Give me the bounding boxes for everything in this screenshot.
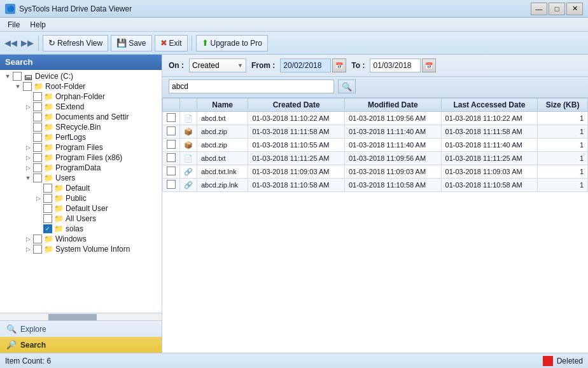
tree-item-windows[interactable]: ▷ 📁 Windows (0, 234, 162, 244)
tree-item-program-files-x86[interactable]: ▷ 📁 Program Files (x86) (0, 153, 162, 163)
sidebar-tree[interactable]: ▼ 🖴 Device (C:) ▼ 📁 Root-Folder ▷ 📁 Orph… (0, 70, 162, 313)
tree-toggle-programdata[interactable]: ▷ (23, 165, 33, 171)
row-checkbox[interactable] (167, 140, 176, 149)
hscroll-thumb[interactable] (48, 314, 97, 320)
refresh-button[interactable]: ↻ Refresh View (43, 35, 108, 51)
tree-toggle-device-c[interactable]: ▼ (3, 73, 13, 79)
sidebar: Search ▼ 🖴 Device (C:) ▼ 📁 Root-Folder (0, 55, 162, 353)
nav-prev-button[interactable]: ◀◀ (4, 36, 18, 50)
tree-checkbox-programdata[interactable] (33, 163, 42, 172)
col-header-name[interactable]: Name (197, 99, 248, 112)
nav-next-button[interactable]: ▶▶ (20, 36, 34, 50)
sidebar-tab-explore[interactable]: 🔍 Explore (0, 321, 162, 337)
table-row[interactable]: 🔗 abcd.txt.lnk 01-03-2018 11:09:03 AM 01… (163, 165, 588, 179)
col-header-created[interactable]: Created Date (248, 99, 345, 112)
tree-item-programdata[interactable]: ▷ 📁 ProgramData (0, 163, 162, 173)
tree-toggle-windows[interactable]: ▷ (23, 236, 33, 242)
from-date-input[interactable]: 20/02/2018 (280, 58, 331, 72)
tree-item-users[interactable]: ▼ 📁 Users (0, 173, 162, 183)
tree-checkbox-default-user[interactable] (43, 204, 52, 213)
tree-checkbox-all-users[interactable] (43, 214, 52, 223)
tree-item-orphan-folder[interactable]: ▷ 📁 Orphan-Folder (0, 92, 162, 102)
table-row[interactable]: 🔗 abcd.zip.lnk 01-03-2018 11:10:58 AM 01… (163, 179, 588, 192)
tree-checkbox-srecycle[interactable] (33, 123, 42, 132)
save-button[interactable]: 💾 Save (111, 35, 151, 51)
tree-checkbox-default[interactable] (43, 184, 52, 193)
tree-item-srecycle[interactable]: ▷ 📁 SRecycle.Bin (0, 122, 162, 132)
search-text-input[interactable] (169, 79, 334, 93)
row-checkbox-cell (163, 179, 180, 192)
tree-checkbox-program-files-x86[interactable] (33, 153, 42, 162)
search-filter-bar: On : Created ▼ From : 20/02/2018 📅 To : … (162, 55, 588, 77)
tree-item-program-files[interactable]: ▷ 📁 Program Files (0, 142, 162, 153)
on-dropdown[interactable]: Created ▼ (189, 58, 246, 72)
from-date-cal-button[interactable]: 📅 (332, 58, 346, 72)
close-button[interactable]: ✕ (566, 3, 583, 15)
maximize-button[interactable]: □ (549, 3, 565, 15)
sidebar-tab-search[interactable]: 🔎 Search (0, 337, 162, 353)
menu-help[interactable]: Help (25, 19, 51, 31)
tree-toggle-program-files-x86[interactable]: ▷ (23, 154, 33, 161)
tree-item-sextend[interactable]: ▷ 📁 SExtend (0, 102, 162, 112)
tree-item-root-folder[interactable]: ▼ 📁 Root-Folder (0, 81, 162, 92)
tree-checkbox-sextend[interactable] (33, 102, 42, 111)
tree-item-default[interactable]: ▷ 📁 Default (0, 183, 162, 193)
tree-checkbox-public[interactable] (43, 194, 52, 203)
row-modified: 01-03-2018 11:09:56 AM (344, 112, 441, 125)
minimize-button[interactable]: — (531, 3, 547, 15)
tree-item-public[interactable]: ▷ 📁 Public (0, 193, 162, 203)
row-checkbox[interactable] (167, 126, 176, 135)
search-go-button[interactable]: 🔍 (338, 79, 356, 93)
tree-checkbox-documents[interactable] (33, 112, 42, 121)
hscroll-track[interactable] (0, 314, 162, 320)
file-type-icon: 📄 (184, 114, 193, 122)
table-row[interactable]: 📄 abcd.txt 01-03-2018 11:10:22 AM 01-03-… (163, 112, 588, 125)
exit-button[interactable]: ✖ Exit (155, 35, 188, 51)
tree-item-solas[interactable]: ▷ ✓ 📁 solas (0, 224, 162, 234)
row-icon-cell: 📄 (180, 152, 197, 165)
sidebar-hscroll[interactable] (0, 313, 162, 320)
tree-checkbox-users[interactable] (33, 174, 42, 182)
folder-icon-public: 📁 (53, 194, 64, 203)
to-date-cal-button[interactable]: 📅 (422, 58, 436, 72)
menu-file[interactable]: File (3, 19, 25, 31)
row-checkbox-cell (163, 125, 180, 139)
tree-item-documents[interactable]: ▷ 📁 Documents and Settir (0, 112, 162, 122)
tree-item-system-volume[interactable]: ▷ 📁 System Volume Inforn (0, 244, 162, 254)
tree-toggle-program-files[interactable]: ▷ (23, 144, 33, 151)
tree-toggle-system-volume[interactable]: ▷ (23, 246, 33, 252)
tree-toggle-sextend[interactable]: ▷ (23, 104, 33, 110)
col-header-accessed[interactable]: Last Accessed Date (441, 99, 538, 112)
row-created: 01-03-2018 11:10:58 AM (248, 179, 345, 192)
tree-toggle-root-folder[interactable]: ▼ (13, 83, 23, 90)
table-row[interactable]: 📄 abcd.txt 01-03-2018 11:11:25 AM 01-03-… (163, 152, 588, 165)
folder-icon-documents: 📁 (43, 112, 53, 121)
file-table-container[interactable]: Name Created Date Modified Date Last Acc… (162, 98, 588, 353)
table-row[interactable]: 📦 abcd.zip 01-03-2018 11:10:55 AM 01-03-… (163, 139, 588, 152)
row-checkbox[interactable] (167, 113, 176, 122)
col-header-size[interactable]: Size (KB) (538, 99, 588, 112)
tree-checkbox-program-files[interactable] (33, 143, 42, 152)
table-row[interactable]: 📦 abcd.zip 01-03-2018 11:11:58 AM 01-03-… (163, 125, 588, 139)
tree-toggle-public[interactable]: ▷ (33, 195, 43, 201)
tree-item-all-users[interactable]: ▷ 📁 All Users (0, 214, 162, 224)
row-checkbox[interactable] (167, 153, 176, 162)
tree-checkbox-device-c[interactable] (13, 72, 22, 81)
tree-checkbox-solas[interactable]: ✓ (43, 224, 52, 233)
tree-item-default-user[interactable]: ▷ 📁 Default User (0, 203, 162, 214)
tree-checkbox-perflogs[interactable] (33, 133, 42, 142)
tree-item-perflogs[interactable]: ▷ 📁 PerfLogs (0, 132, 162, 142)
tree-checkbox-windows[interactable] (33, 235, 42, 243)
tree-checkbox-root-folder[interactable] (23, 82, 32, 91)
tree-checkbox-system-volume[interactable] (33, 245, 42, 254)
tree-checkbox-orphan[interactable] (33, 92, 42, 101)
row-checkbox[interactable] (167, 167, 176, 175)
to-date-input[interactable]: 01/03/2018 (370, 58, 421, 72)
tree-toggle-users[interactable]: ▼ (23, 175, 33, 181)
col-header-modified[interactable]: Modified Date (344, 99, 441, 112)
row-name: abcd.txt (197, 112, 248, 125)
tree-item-device-c[interactable]: ▼ 🖴 Device (C:) (0, 71, 162, 81)
row-checkbox[interactable] (167, 180, 176, 189)
upgrade-button[interactable]: ⬆ Upgrade to Pro (196, 35, 268, 51)
folder-icon-perflogs: 📁 (43, 133, 53, 142)
